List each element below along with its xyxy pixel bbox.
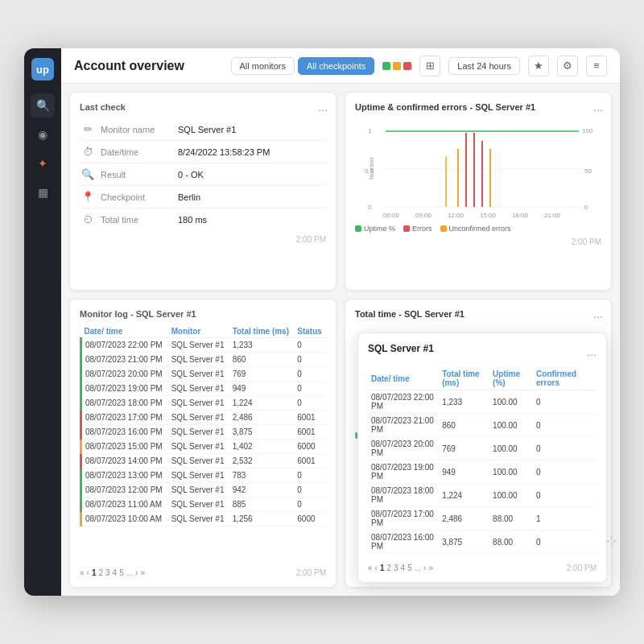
last-24-btn[interactable]: Last 24 hours	[448, 57, 520, 75]
log-pagination[interactable]: « ‹ 1 2 3 4 5 ... › »	[80, 568, 145, 577]
sql-cell-date: 08/07/2023 17:00 PM	[368, 507, 439, 530]
log-cell-time: 3,875	[229, 425, 295, 440]
settings-btn[interactable]: ⚙	[557, 56, 578, 76]
sql-cell-time: 3,875	[439, 530, 489, 554]
log-table-row[interactable]: 08/07/2023 15:00 PM SQL Server #1 1,402 …	[81, 440, 327, 454]
last-check-menu[interactable]: ...	[318, 101, 328, 114]
sql-cell-uptime: 100.00	[489, 437, 533, 460]
sql-pag-1[interactable]: 1	[380, 564, 385, 572]
monitor-filter-group: All monitors All checkpoints	[231, 57, 375, 75]
log-table-row[interactable]: 08/07/2023 18:00 PM SQL Server #1 1,224 …	[81, 396, 327, 411]
sidebar-icon-alert[interactable]: ✦	[31, 151, 55, 175]
sql-pag-prev[interactable]: ‹	[375, 564, 378, 572]
pag-next-next[interactable]: »	[140, 568, 145, 577]
pag-next[interactable]: ›	[135, 568, 138, 577]
svg-text:1: 1	[368, 127, 372, 134]
sidebar-icon-grid[interactable]: ▦	[31, 180, 55, 204]
svg-text:Number: Number	[368, 156, 375, 180]
log-table-row[interactable]: 08/07/2023 17:00 PM SQL Server #1 2,486 …	[81, 411, 327, 425]
log-table-row[interactable]: 08/07/2023 16:00 PM SQL Server #1 3,875 …	[81, 425, 327, 440]
check-field-row: 📍 Checkpoint Berlin	[80, 186, 326, 208]
log-cell-date: 08/07/2023 16:00 PM	[81, 425, 168, 440]
log-table-row[interactable]: 08/07/2023 10:00 AM SQL Server #1 1,256 …	[81, 512, 327, 526]
pag-4[interactable]: 4	[113, 568, 118, 577]
log-table-row[interactable]: 08/07/2023 12:00 PM SQL Server #1 942 0	[81, 483, 327, 497]
svg-text:12:00: 12:00	[448, 212, 464, 219]
log-table-row[interactable]: 08/07/2023 11:00 AM SQL Server #1 885 0	[81, 497, 327, 512]
log-table-row[interactable]: 08/07/2023 21:00 PM SQL Server #1 860 0	[81, 353, 327, 367]
sql-cell-errors: 1	[533, 507, 597, 530]
sidebar-logo: up	[31, 58, 54, 80]
log-cell-monitor: SQL Server #1	[168, 469, 229, 483]
log-table-row[interactable]: 08/07/2023 20:00 PM SQL Server #1 769 0	[81, 367, 327, 382]
pag-dots: ...	[126, 568, 133, 577]
log-table-row[interactable]: 08/07/2023 14:00 PM SQL Server #1 2,532 …	[81, 454, 327, 469]
check-row-icon: 🔍	[80, 168, 96, 180]
log-cell-status: 6001	[294, 425, 326, 440]
log-cell-monitor: SQL Server #1	[168, 367, 229, 382]
svg-text:15:00: 15:00	[480, 212, 497, 219]
sql-table-row[interactable]: 08/07/2023 21:00 PM 860 100.00 0	[368, 414, 597, 437]
sql-table-row[interactable]: 08/07/2023 16:00 PM 3,875 88.00 0	[368, 530, 597, 554]
log-cell-date: 08/07/2023 14:00 PM	[81, 454, 168, 469]
pag-prev-prev[interactable]: «	[80, 568, 85, 577]
check-row-label: Date/time	[101, 147, 173, 157]
sql-card-title: SQL Server #1	[368, 343, 434, 354]
sql-col-errors: Confirmed errors	[533, 367, 597, 390]
pag-5[interactable]: 5	[119, 568, 124, 577]
move-handle[interactable]: ⊹	[605, 532, 617, 550]
log-table-header: Date/ time Monitor Total time (ms) Statu…	[81, 325, 327, 338]
log-cell-date: 08/07/2023 20:00 PM	[81, 367, 168, 382]
menu-btn[interactable]: ≡	[586, 56, 607, 76]
total-time-menu[interactable]: ...	[593, 308, 603, 320]
sql-pag-3[interactable]: 3	[394, 564, 398, 572]
log-timestamp: 2:00 PM	[296, 568, 326, 577]
log-cell-monitor: SQL Server #1	[168, 411, 229, 425]
check-field-row: ✏ Monitor name SQL Server #1	[80, 118, 326, 141]
sql-card-menu[interactable]: ...	[587, 345, 597, 358]
sql-cell-date: 08/07/2023 16:00 PM	[368, 530, 439, 554]
uptime-chart-title: Uptime & confirmed errors - SQL Server #…	[355, 102, 601, 112]
dot-green	[382, 62, 390, 70]
pag-3[interactable]: 3	[105, 568, 110, 577]
check-row-value: Berlin	[178, 192, 200, 202]
sql-pag-prev-prev[interactable]: «	[368, 564, 373, 572]
pag-prev[interactable]: ‹	[87, 568, 89, 577]
sql-table-row[interactable]: 08/07/2023 20:00 PM 769 100.00 0	[368, 437, 597, 460]
sql-table-row[interactable]: 08/07/2023 18:00 PM 1,224 100.00 0	[368, 484, 597, 507]
sidebar-icon-monitor[interactable]: ◉	[31, 122, 55, 147]
sql-cell-uptime: 100.00	[489, 414, 533, 437]
sql-table-row[interactable]: 08/07/2023 17:00 PM 2,486 88.00 1	[368, 507, 597, 530]
check-row-label: Checkpoint	[101, 192, 173, 202]
sql-cell-date: 08/07/2023 21:00 PM	[368, 414, 439, 437]
pag-2[interactable]: 2	[98, 568, 103, 577]
star-btn[interactable]: ★	[528, 56, 549, 76]
sql-table-row[interactable]: 08/07/2023 19:00 PM 949 100.00 0	[368, 460, 597, 484]
grid-view-btn[interactable]: ⊞	[419, 56, 440, 76]
svg-text:100: 100	[582, 127, 593, 134]
sql-pag-5[interactable]: 5	[407, 564, 412, 572]
sql-pag-next-next[interactable]: »	[428, 564, 433, 572]
legend-errors: Errors	[403, 225, 432, 233]
sql-cell-uptime: 100.00	[489, 484, 533, 507]
log-table-row[interactable]: 08/07/2023 13:00 PM SQL Server #1 783 0	[81, 469, 327, 483]
sql-table-row[interactable]: 08/07/2023 22:00 PM 1,233 100.00 0	[368, 390, 597, 414]
sql-pag-4[interactable]: 4	[401, 564, 406, 572]
sql-pagination[interactable]: « ‹ 1 2 3 4 5 ... › »	[368, 564, 433, 572]
log-table-row[interactable]: 08/07/2023 19:00 PM SQL Server #1 949 0	[81, 382, 327, 396]
pag-1[interactable]: 1	[92, 568, 97, 577]
all-monitors-btn[interactable]: All monitors	[231, 57, 295, 75]
sql-pag-2[interactable]: 2	[386, 564, 391, 572]
all-checkpoints-btn[interactable]: All checkpoints	[298, 57, 374, 75]
log-table-row[interactable]: 08/07/2023 22:00 PM SQL Server #1 1,233 …	[81, 338, 327, 353]
col-datetime: Date/ time	[81, 325, 168, 338]
status-dots	[382, 62, 411, 70]
log-cell-time: 2,486	[229, 411, 295, 425]
sql-pag-next[interactable]: ›	[423, 564, 426, 572]
check-row-icon: ⏱	[80, 146, 96, 158]
uptime-chart-menu[interactable]: ...	[593, 101, 603, 114]
log-cell-time: 2,532	[229, 454, 295, 469]
log-cell-status: 6001	[294, 411, 326, 425]
log-cell-monitor: SQL Server #1	[168, 396, 229, 411]
sidebar-icon-search[interactable]: 🔍	[31, 93, 55, 118]
